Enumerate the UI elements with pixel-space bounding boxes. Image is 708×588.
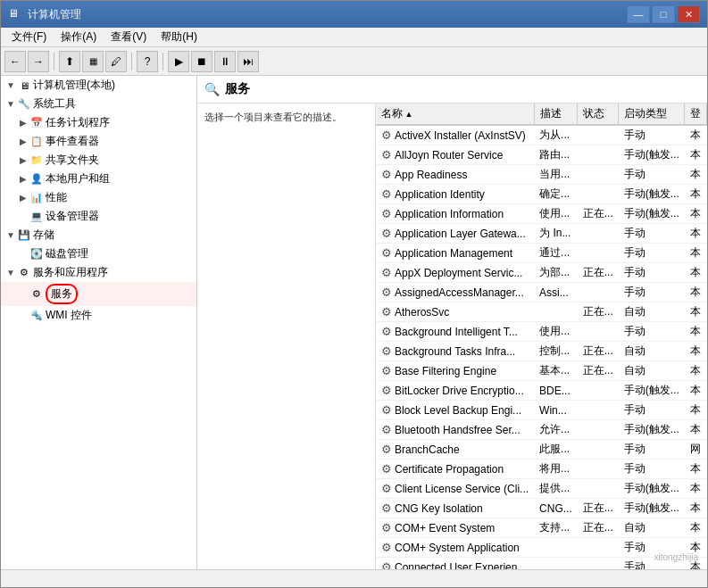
- tree-event-viewer[interactable]: ▶ 📋 事件查看器: [1, 132, 196, 151]
- services-area: 选择一个项目来查看它的描述。 名称 描述 状态 启动类型 登: [197, 104, 707, 569]
- tree-shared-folders[interactable]: ▶ 📁 共享文件夹: [1, 151, 196, 170]
- forward-button[interactable]: →: [28, 51, 49, 72]
- tree-services-apps[interactable]: ▼ ⚙ 服务和应用程序: [1, 263, 196, 282]
- table-row[interactable]: ⚙Base Filtering Engine基本...正在...自动本: [376, 361, 707, 381]
- table-row[interactable]: ⚙ActiveX Installer (AxInstSV)为从...手动本: [376, 125, 707, 145]
- menu-action[interactable]: 操作(A): [54, 28, 104, 46]
- main-content: ▼ 🖥 计算机管理(本地) ▼ 🔧 系统工具 ▶ 📅 任务计划程序 ▶ 📋 事件…: [1, 76, 707, 569]
- stop-service-button[interactable]: ⏹: [191, 51, 212, 72]
- tree-device-manager[interactable]: 💻 设备管理器: [1, 207, 196, 226]
- pause-service-button[interactable]: ⏸: [214, 51, 236, 72]
- table-row[interactable]: ⚙Application Management通过...手动本: [376, 244, 707, 263]
- help-button[interactable]: ?: [137, 51, 158, 72]
- service-status-cell: [578, 381, 619, 401]
- table-row[interactable]: ⚙AssignedAccessManager...Assi...手动本: [376, 283, 707, 302]
- tree-local-users[interactable]: ▶ 👤 本地用户和组: [1, 170, 196, 188]
- tree-system-label: 系统工具: [33, 96, 76, 112]
- service-login-cell: 本: [685, 185, 707, 204]
- table-row[interactable]: ⚙Certificate Propagation将用...手动本: [376, 460, 707, 479]
- service-desc-cell: 将用...: [534, 460, 578, 479]
- table-row[interactable]: ⚙AppX Deployment Servic...为部...正在...手动本: [376, 263, 707, 283]
- service-desc-cell: 当用...: [534, 165, 578, 185]
- toolbar: ← → ⬆ ▦ 🖊 ? ▶ ⏹ ⏸ ⏭: [1, 47, 707, 76]
- table-row[interactable]: ⚙Background Intelligent T...使用...手动本: [376, 322, 707, 342]
- description-panel: 选择一个项目来查看它的描述。: [197, 104, 376, 569]
- service-desc-cell: 使用...: [534, 322, 578, 342]
- service-name-cell: ⚙BitLocker Drive Encryptio...: [376, 381, 534, 401]
- menu-view[interactable]: 查看(V): [104, 28, 154, 46]
- tree-system-tools[interactable]: ▼ 🔧 系统工具: [1, 95, 196, 113]
- toolbar-sep3: [162, 53, 163, 70]
- table-row[interactable]: ⚙Application Identity确定...手动(触发...本: [376, 185, 707, 204]
- service-desc-cell: Win...: [534, 401, 578, 420]
- service-login-cell: 本: [685, 322, 707, 342]
- expand-svcapp: ▼: [4, 267, 17, 279]
- tree-wmi[interactable]: 🔩 WMI 控件: [1, 306, 196, 325]
- services-table-container[interactable]: 名称 描述 状态 启动类型 登 ⚙ActiveX Installer (AxIn…: [376, 104, 707, 569]
- close-button[interactable]: ✕: [677, 5, 700, 23]
- service-status-cell: [578, 224, 619, 244]
- service-startup-cell: 手动: [619, 460, 685, 479]
- service-desc-cell: CNG...: [534, 499, 578, 518]
- table-row[interactable]: ⚙CNG Key IsolationCNG...正在...手动(触发...本: [376, 499, 707, 518]
- svcapp-icon: ⚙: [17, 266, 31, 280]
- col-name[interactable]: 名称: [376, 104, 534, 125]
- service-status-cell: [578, 165, 619, 185]
- menu-file[interactable]: 文件(F): [4, 28, 54, 46]
- tree-users-label: 本地用户和组: [46, 171, 110, 186]
- expand-svc: [17, 288, 29, 301]
- table-row[interactable]: ⚙BranchCache此服...手动网: [376, 440, 707, 460]
- start-service-button[interactable]: ▶: [168, 51, 189, 72]
- table-row[interactable]: ⚙Background Tasks Infra...控制...正在...自动本: [376, 342, 707, 361]
- service-login-cell: 本: [685, 165, 707, 185]
- service-name-cell: ⚙AppX Deployment Servic...: [376, 263, 534, 283]
- table-row[interactable]: ⚙BitLocker Drive Encryptio...BDE...手动(触发…: [376, 381, 707, 401]
- device-icon: 💻: [29, 210, 44, 224]
- service-startup-cell: 手动(触发...: [619, 185, 685, 204]
- col-startup[interactable]: 启动类型: [619, 104, 685, 125]
- restart-service-button[interactable]: ⏭: [237, 51, 259, 72]
- service-status-cell: [578, 401, 619, 420]
- service-status-cell: [578, 283, 619, 302]
- col-status[interactable]: 状态: [578, 104, 619, 125]
- service-name-cell: ⚙Application Layer Gatewa...: [376, 224, 534, 244]
- minimize-button[interactable]: —: [627, 5, 650, 23]
- service-desc-cell: 允许...: [534, 420, 578, 440]
- table-row[interactable]: ⚙Block Level Backup Engi...Win...手动本: [376, 401, 707, 420]
- tree-storage[interactable]: ▼ 💾 存储: [1, 226, 196, 244]
- table-row[interactable]: ⚙Application Information使用...正在...手动(触发.…: [376, 204, 707, 224]
- tree-root-label: 计算机管理(本地): [33, 78, 115, 93]
- table-header-row: 名称 描述 状态 启动类型 登: [376, 104, 707, 125]
- tree-disk-mgmt[interactable]: 💽 磁盘管理: [1, 244, 196, 263]
- service-startup-cell: 手动(触发...: [619, 420, 685, 440]
- show-hide-button[interactable]: ▦: [82, 51, 104, 72]
- col-login[interactable]: 登: [685, 104, 707, 125]
- up-button[interactable]: ⬆: [59, 51, 80, 72]
- table-row[interactable]: ⚙Client License Service (Cli...提供...手动(触…: [376, 479, 707, 499]
- tree-services[interactable]: ⚙ 服务: [1, 282, 196, 306]
- window-icon: 🖥: [8, 7, 22, 21]
- tree-root[interactable]: ▼ 🖥 计算机管理(本地): [1, 76, 196, 95]
- table-row[interactable]: ⚙AtherosSvc正在...自动本: [376, 302, 707, 322]
- tree-performance[interactable]: ▶ 📊 性能: [1, 188, 196, 207]
- table-row[interactable]: ⚙COM+ Event System支持...正在...自动本: [376, 518, 707, 538]
- service-startup-cell: 手动(触发...: [619, 499, 685, 518]
- table-row[interactable]: ⚙Bluetooth Handsfree Ser...允许...手动(触发...…: [376, 420, 707, 440]
- table-row[interactable]: ⚙AllJoyn Router Service路由...手动(触发...本: [376, 145, 707, 165]
- table-row[interactable]: ⚙App Readiness当用...手动本: [376, 165, 707, 185]
- menu-help[interactable]: 帮助(H): [154, 28, 204, 46]
- back-button[interactable]: ←: [4, 51, 26, 72]
- properties-button[interactable]: 🖊: [105, 51, 127, 72]
- service-desc-cell: 支持...: [534, 518, 578, 538]
- expand-wmi: [17, 310, 29, 322]
- service-login-cell: 本: [685, 263, 707, 283]
- col-desc[interactable]: 描述: [534, 104, 578, 125]
- service-desc-cell: 基本...: [534, 361, 578, 381]
- service-startup-cell: 手动: [619, 440, 685, 460]
- window-title: 计算机管理: [28, 7, 627, 22]
- expand-system: ▼: [4, 98, 17, 111]
- tree-wmi-label: WMI 控件: [46, 308, 92, 323]
- maximize-button[interactable]: □: [652, 5, 675, 23]
- tree-scheduler[interactable]: ▶ 📅 任务计划程序: [1, 113, 196, 132]
- table-row[interactable]: ⚙Application Layer Gatewa...为 In...手动本: [376, 224, 707, 244]
